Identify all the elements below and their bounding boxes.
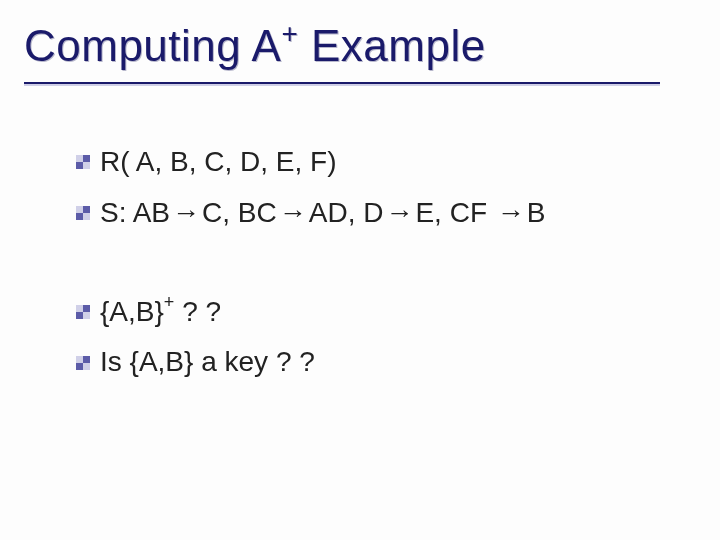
diamond-bullet-icon: [76, 155, 90, 169]
list-item-text: S: AB→C, BC→AD, D→E, CF →B: [100, 191, 545, 236]
slide-body: R( A, B, C, D, E, F) S: AB→C, BC→AD, D→E…: [76, 140, 545, 391]
svg-rect-11: [83, 312, 90, 319]
list-item: Is {A,B} a key ? ?: [76, 340, 545, 385]
title-superscript: +: [281, 18, 298, 49]
list-item: R( A, B, C, D, E, F): [76, 140, 545, 185]
list-item-text: {A,B}+ ? ?: [100, 290, 221, 335]
list-item-text: Is {A,B} a key ? ?: [100, 340, 315, 385]
diamond-bullet-icon: [76, 305, 90, 319]
diamond-bullet-icon: [76, 356, 90, 370]
blank-line: [76, 242, 545, 290]
title-part1: Computing A: [24, 21, 281, 70]
svg-rect-4: [83, 206, 90, 213]
svg-rect-9: [76, 312, 83, 319]
list-item: {A,B}+ ? ?: [76, 290, 545, 335]
svg-rect-12: [83, 356, 90, 363]
svg-rect-2: [76, 155, 83, 162]
svg-rect-0: [83, 155, 90, 162]
title-underline: [24, 82, 660, 84]
diamond-bullet-icon: [76, 206, 90, 220]
svg-rect-5: [76, 213, 83, 220]
title-part2: Example: [298, 21, 485, 70]
svg-rect-3: [83, 162, 90, 169]
svg-rect-15: [83, 363, 90, 370]
svg-rect-10: [76, 305, 83, 312]
list-item-text: R( A, B, C, D, E, F): [100, 140, 336, 185]
svg-rect-8: [83, 305, 90, 312]
svg-rect-7: [83, 213, 90, 220]
svg-rect-13: [76, 363, 83, 370]
svg-rect-1: [76, 162, 83, 169]
svg-rect-14: [76, 356, 83, 363]
slide-title: Computing A+ Example: [24, 20, 486, 71]
svg-rect-6: [76, 206, 83, 213]
list-item: S: AB→C, BC→AD, D→E, CF →B: [76, 191, 545, 236]
